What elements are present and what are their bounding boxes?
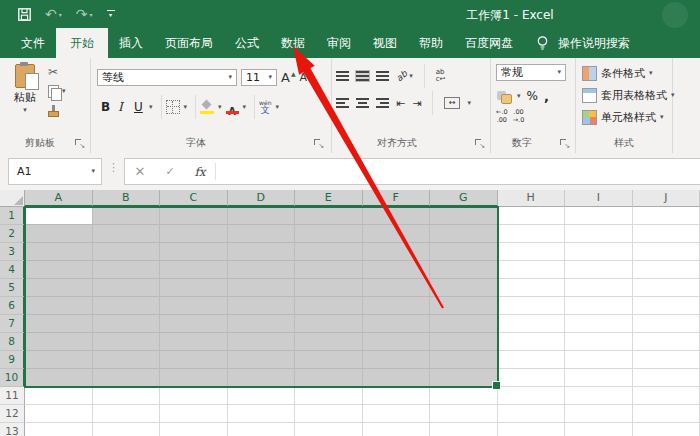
cell-G12[interactable] (430, 405, 498, 423)
cut-button[interactable]: ✂ (48, 65, 58, 79)
cell-G8[interactable] (430, 333, 498, 351)
row-header-8[interactable]: 8 (0, 333, 25, 351)
cell-D2[interactable] (228, 225, 296, 243)
cell-B8[interactable] (93, 333, 161, 351)
cell-B7[interactable] (93, 315, 161, 333)
copy-button[interactable]: ▾ (48, 84, 66, 98)
cell-I13[interactable] (565, 423, 633, 436)
number-format-combo[interactable]: 常规 ▾ (496, 64, 566, 81)
column-header-A[interactable]: A (25, 190, 93, 207)
cell-A6[interactable] (25, 297, 93, 315)
row-header-4[interactable]: 4 (0, 261, 25, 279)
cell-G9[interactable] (430, 351, 498, 369)
cell-G1[interactable] (430, 207, 498, 225)
cell-E10[interactable] (295, 369, 363, 387)
tab-insert[interactable]: 插入 (108, 28, 154, 58)
cell-G5[interactable] (430, 279, 498, 297)
increase-font-size-button[interactable]: A▲ (281, 71, 296, 84)
row-header-11[interactable]: 11 (0, 387, 25, 405)
chevron-down-icon[interactable]: ▾ (218, 104, 222, 111)
cell-H13[interactable] (498, 423, 566, 436)
cell-E1[interactable] (295, 207, 363, 225)
increase-decimal-button[interactable]: ←.0.00 (496, 108, 508, 124)
cell-G3[interactable] (430, 243, 498, 261)
cell-G2[interactable] (430, 225, 498, 243)
align-center-button[interactable] (356, 98, 369, 108)
cell-E3[interactable] (295, 243, 363, 261)
cell-F11[interactable] (363, 387, 431, 405)
column-header-D[interactable]: D (228, 190, 296, 207)
cell-A4[interactable] (25, 261, 93, 279)
cell-H2[interactable] (498, 225, 566, 243)
cell-I3[interactable] (565, 243, 633, 261)
cell-F4[interactable] (363, 261, 431, 279)
cell-E5[interactable] (295, 279, 363, 297)
cell-I9[interactable] (565, 351, 633, 369)
save-button[interactable] (18, 8, 31, 21)
cell-I2[interactable] (565, 225, 633, 243)
cell-A3[interactable] (25, 243, 93, 261)
tab-formulas[interactable]: 公式 (224, 28, 270, 58)
cell-E13[interactable] (295, 423, 363, 436)
cell-D13[interactable] (228, 423, 296, 436)
cell-C5[interactable] (160, 279, 228, 297)
cell-D4[interactable] (228, 261, 296, 279)
row-header-2[interactable]: 2 (0, 225, 25, 243)
chevron-down-icon[interactable]: ▾ (467, 100, 471, 107)
cell-C12[interactable] (160, 405, 228, 423)
cell-G11[interactable] (430, 387, 498, 405)
cell-G6[interactable] (430, 297, 498, 315)
borders-button[interactable] (166, 100, 180, 114)
cell-C7[interactable] (160, 315, 228, 333)
cell-H1[interactable] (498, 207, 566, 225)
underline-button[interactable]: U (134, 100, 145, 114)
cell-F12[interactable] (363, 405, 431, 423)
tab-help[interactable]: 帮助 (408, 28, 454, 58)
cell-J9[interactable] (633, 351, 700, 369)
clipboard-dialog-launcher-icon[interactable] (75, 139, 84, 148)
cell-C8[interactable] (160, 333, 228, 351)
cell-I7[interactable] (565, 315, 633, 333)
italic-button[interactable]: I (118, 100, 130, 114)
cell-B4[interactable] (93, 261, 161, 279)
row-header-12[interactable]: 12 (0, 405, 25, 423)
tab-view[interactable]: 视图 (362, 28, 408, 58)
select-all-corner[interactable] (0, 190, 25, 207)
cell-C9[interactable] (160, 351, 228, 369)
tab-baidu-netdisk[interactable]: 百度网盘 (454, 28, 524, 58)
tab-data[interactable]: 数据 (270, 28, 316, 58)
cell-H7[interactable] (498, 315, 566, 333)
cell-F10[interactable] (363, 369, 431, 387)
cell-C3[interactable] (160, 243, 228, 261)
cell-H4[interactable] (498, 261, 566, 279)
cell-D3[interactable] (228, 243, 296, 261)
cell-H3[interactable] (498, 243, 566, 261)
cell-C11[interactable] (160, 387, 228, 405)
cell-C13[interactable] (160, 423, 228, 436)
bold-button[interactable]: B (101, 100, 114, 114)
cell-J2[interactable] (633, 225, 700, 243)
format-as-table-button[interactable]: 套用表格格式 ▾ (582, 88, 675, 102)
top-align-button[interactable] (336, 71, 349, 81)
increase-indent-button[interactable]: ⇥ (412, 98, 421, 109)
row-header-9[interactable]: 9 (0, 351, 25, 369)
chevron-down-icon[interactable]: ▾ (517, 93, 521, 100)
chevron-down-icon[interactable]: ▾ (275, 104, 279, 111)
undo-button[interactable]: ↶▾ (45, 7, 62, 21)
font-name-combo[interactable]: 等线 ▾ (97, 69, 237, 86)
cell-E6[interactable] (295, 297, 363, 315)
cell-B3[interactable] (93, 243, 161, 261)
align-left-button[interactable] (336, 98, 349, 108)
cell-H8[interactable] (498, 333, 566, 351)
phonetic-guide-button[interactable]: wén 文 (259, 100, 271, 115)
cell-F7[interactable] (363, 315, 431, 333)
cell-F8[interactable] (363, 333, 431, 351)
cell-A1[interactable] (25, 207, 93, 225)
cell-F1[interactable] (363, 207, 431, 225)
cell-A10[interactable] (25, 369, 93, 387)
cell-I12[interactable] (565, 405, 633, 423)
cell-J13[interactable] (633, 423, 700, 436)
cell-B6[interactable] (93, 297, 161, 315)
cell-J3[interactable] (633, 243, 700, 261)
account-avatar[interactable] (662, 2, 688, 28)
